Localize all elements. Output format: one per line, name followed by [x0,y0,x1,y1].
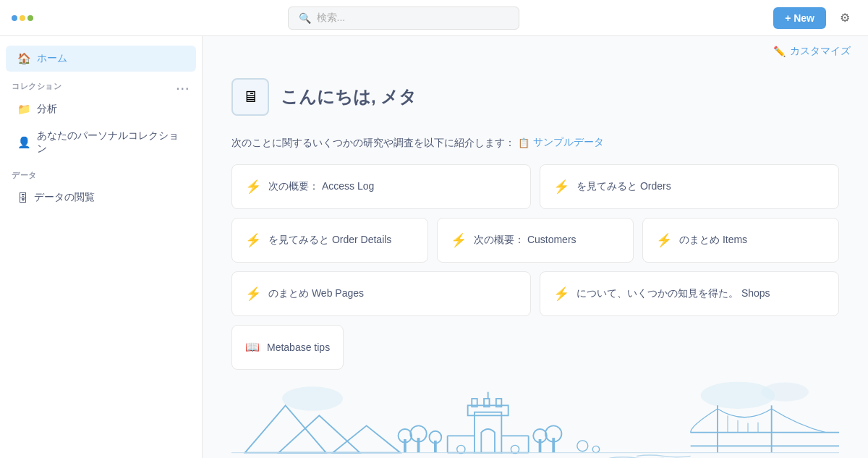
new-button[interactable]: + New [773,7,826,29]
sidebar-analytics-label: 分析 [37,103,57,116]
settings-icon[interactable]: ⚙ [833,7,856,30]
folder-icon: 📁 [17,103,31,116]
card-label-4: 次の概要： Customers [474,233,576,246]
home-icon: 🏠 [17,52,31,65]
card-web-pages[interactable]: ⚡ のまとめ Web Pages [231,271,531,316]
card-access-log[interactable]: ⚡ 次の概要： Access Log [231,164,531,209]
tips-card[interactable]: 📖 Metabase tips [231,325,344,370]
svg-point-2 [762,382,809,401]
person-icon: 👤 [17,136,31,149]
table-icon: 📋 [518,137,529,148]
sidebar-item-personal[interactable]: 👤 あなたのパーソナルコレクション [6,123,196,162]
card-orders[interactable]: ⚡ を見てみると Orders [540,164,839,209]
top-bar: ✏️ カスタマイズ [203,36,868,67]
svg-rect-6 [404,439,407,453]
card-label-2: を見てみると Orders [576,179,671,192]
city-svg [231,376,839,459]
lightning-icon-4: ⚡ [451,232,467,248]
main-layout: 🏠 ホーム コレクション ... 📁 分析 👤 あなたのパーソナルコレクション … [0,36,868,458]
avatar-emoji: 🖥 [242,88,258,106]
sample-link-label: サンプルデータ [533,136,604,149]
lightning-icon-1: ⚡ [245,179,261,195]
welcome-banner: 🖥 こんにちは, メタ [231,67,839,136]
svg-rect-10 [434,440,437,452]
lightning-icon-2: ⚡ [553,179,569,195]
card-label-5: のまとめ Items [679,233,747,246]
header-right: + New ⚙ [773,7,856,30]
sample-text: 次のことに関するいくつかの研究や調査を以下に紹介します： [231,137,515,148]
lightning-icon-6: ⚡ [245,286,261,302]
svg-rect-8 [417,438,420,453]
customize-label: カスタマイズ [790,45,851,58]
logo[interactable] [12,15,33,21]
logo-dot-yellow [20,15,25,21]
logo-dots [12,15,33,21]
search-icon: 🔍 [299,12,311,24]
card-customers[interactable]: ⚡ 次の概要： Customers [437,218,634,263]
card-label-6: のまとめ Web Pages [268,287,364,300]
svg-rect-24 [539,439,542,453]
edit-icon: ✏️ [773,46,786,57]
bottom-section: 📖 Metabase tips [231,325,839,459]
card-label-7: について、いくつかの知見を得た。 Shops [576,287,770,300]
logo-dot-blue [12,15,17,21]
lightning-icon-5: ⚡ [656,232,672,248]
collections-section-header: コレクション ... [0,72,202,96]
card-shops[interactable]: ⚡ について、いくつかの知見を得た。 Shops [540,271,839,316]
svg-marker-5 [333,425,400,452]
sample-section: 次のことに関するいくつかの研究や調査を以下に紹介します： 📋 サンプルデータ [231,136,839,150]
collections-more[interactable]: ... [176,80,190,93]
customize-button[interactable]: ✏️ カスタマイズ [773,45,851,58]
sidebar-item-analytics[interactable]: 📁 分析 [6,96,196,122]
welcome-text: こんにちは, メタ [281,85,417,109]
book-icon: 📖 [245,340,260,354]
cards-row-1: ⚡ 次の概要： Access Log ⚡ を見てみると Orders [231,164,839,209]
sidebar-item-home[interactable]: 🏠 ホーム [6,46,196,72]
svg-rect-12 [475,412,501,452]
header-left [12,15,33,21]
card-label-3: を見てみると Order Details [268,233,391,246]
logo-dot-green [27,15,33,21]
card-items[interactable]: ⚡ のまとめ Items [642,218,839,263]
lightning-icon-3: ⚡ [245,232,261,248]
svg-point-0 [282,386,343,411]
content-area: 🖥 こんにちは, メタ 次のことに関するいくつかの研究や調査を以下に紹介します：… [203,67,868,458]
card-order-details[interactable]: ⚡ を見てみると Order Details [231,218,428,263]
svg-point-30 [577,440,588,451]
collections-label: コレクション [12,81,61,92]
search-bar[interactable]: 🔍 検索... [288,7,519,30]
sidebar-item-browse[interactable]: 🗄 データの閲覧 [6,185,196,211]
app-header: 🔍 検索... + New ⚙ [0,0,868,36]
sidebar-browse-label: データの閲覧 [34,191,95,204]
sample-data-link[interactable]: 📋 サンプルデータ [518,136,604,149]
data-section-header: データ [0,163,202,184]
welcome-avatar: 🖥 [231,78,269,116]
svg-rect-26 [552,438,555,453]
card-label-1: 次の概要： Access Log [268,179,374,192]
city-illustration [231,376,839,459]
svg-marker-4 [278,415,359,452]
sidebar-item-home-label: ホーム [37,52,67,65]
data-label: データ [12,170,37,181]
database-icon: 🗄 [17,192,28,204]
sidebar: 🏠 ホーム コレクション ... 📁 分析 👤 あなたのパーソナルコレクション … [0,36,203,458]
lightning-icon-7: ⚡ [553,286,569,302]
sidebar-personal-label: あなたのパーソナルコレクション [37,130,184,156]
main-content: ✏️ カスタマイズ 🖥 こんにちは, メタ 次のことに関するいくつかの研究や調査… [203,36,868,458]
cards-row-2: ⚡ を見てみると Order Details ⚡ 次の概要： Customers… [231,218,839,263]
search-placeholder: 検索... [317,12,346,25]
cards-row-3: ⚡ のまとめ Web Pages ⚡ について、いくつかの知見を得た。 Shop… [231,271,839,316]
tips-label: Metabase tips [267,342,330,353]
svg-point-31 [592,446,599,452]
